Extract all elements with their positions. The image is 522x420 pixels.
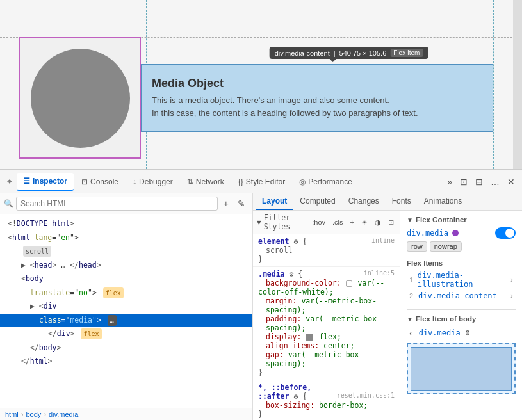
tree-node-body[interactable]: <body	[0, 272, 252, 286]
style-editor-icon: {}	[238, 177, 243, 186]
css-prop-gap-2: spacing);	[266, 359, 395, 368]
tab-fonts[interactable]: Fonts	[386, 193, 418, 210]
guide-line-h2	[0, 159, 522, 159]
section-arrow2-icon: ▼	[407, 316, 413, 323]
media-object-wrapper: div.media-content | 540.75 × 105.6 Flex …	[19, 37, 493, 159]
flex-item-2[interactable]: 2 div.media-content ›	[407, 290, 516, 302]
add-rule-btn[interactable]: +	[348, 217, 357, 228]
dark-btn[interactable]: ◑	[372, 217, 384, 228]
media-heading: Media Object	[152, 77, 482, 90]
flex-tag-nowrap[interactable]: nowrap	[430, 241, 462, 252]
inspector-icon: ☰	[23, 177, 30, 186]
css-rules-pane: ▼ Filter Styles :hov .cls + ☀ ◑ ⊡	[253, 211, 400, 420]
css-prop-align: align-items: center;	[258, 341, 395, 350]
cls-btn[interactable]: .cls	[330, 217, 346, 228]
color-swatch	[346, 280, 352, 287]
tab-style-editor[interactable]: {} Style Editor	[232, 174, 291, 190]
flex-tag-row[interactable]: row	[407, 241, 427, 252]
tree-node-body-close[interactable]: </body>	[0, 341, 252, 355]
styles-panel: Layout Computed Changes Fonts Animations…	[253, 193, 522, 420]
breadcrumb-html[interactable]: html	[5, 410, 19, 418]
breadcrumb-body[interactable]: body	[26, 410, 41, 418]
css-prop-padding: padding: var(--metric-box-	[258, 314, 395, 323]
vis-bar	[411, 347, 512, 391]
flex-item-2-arrow: ›	[510, 291, 513, 300]
tab-animations[interactable]: Animations	[418, 193, 468, 210]
sort-icon: ⇕	[464, 328, 471, 337]
media-content-box: div.media-content | 540.75 × 105.6 Flex …	[141, 64, 493, 132]
flex-container-target[interactable]: div.media	[407, 229, 448, 238]
flex-dot-indicator	[452, 230, 459, 236]
tree-node-html[interactable]: <html lang="en">	[0, 231, 252, 245]
flex-item-of-body-header: ▼ Flex Item of body	[407, 315, 516, 323]
tab-layout[interactable]: Layout	[256, 193, 293, 210]
hov-btn[interactable]: :hov	[309, 217, 328, 228]
flex-item-1[interactable]: 1 div.media-illustration ›	[407, 270, 516, 290]
responsive-btn[interactable]: ⊡	[457, 174, 471, 190]
circle-image	[31, 49, 130, 148]
flex-container-header: ▼ Flex Container	[407, 216, 516, 223]
css-prop-display: display: flex;	[258, 332, 395, 341]
flex-container-row: div.media	[407, 227, 516, 239]
tab-debugger[interactable]: ↕ Debugger	[126, 174, 179, 190]
nav-row: ‹ div.media ⇕	[407, 327, 516, 339]
styles-tabs: Layout Computed Changes Fonts Animations	[253, 193, 522, 211]
breadcrumb-div-media[interactable]: div.media	[49, 410, 78, 418]
tree-node-div-class[interactable]: class="media"> …	[0, 314, 252, 328]
search-html-input[interactable]	[16, 197, 218, 211]
debugger-icon: ↕	[133, 177, 136, 186]
guide-line-v2	[493, 0, 494, 169]
tooltip-badge: Flex Item	[390, 49, 423, 57]
close-btn[interactable]: ✕	[504, 174, 518, 190]
console-icon: ⊡	[81, 177, 88, 186]
preview-inner: div.media-content | 540.75 × 105.6 Flex …	[0, 0, 522, 169]
inspector-panel: 🔍 + ✎ <!DOCTYPE html> <html lang="en"> s…	[0, 193, 253, 420]
tree-node-scroll[interactable]: scroll	[0, 245, 252, 259]
media-text2: In this case, the content is a heading f…	[152, 107, 482, 120]
tree-node-body-attrs[interactable]: translate="no"> flex	[0, 286, 252, 300]
css-rule-reset: *, ::before, ::after ⚙ { reset.min.css:1…	[253, 380, 400, 420]
tab-performance[interactable]: ◎ Performance	[293, 174, 359, 190]
screenshot-btn[interactable]: ⊡	[386, 217, 396, 228]
pick-element-btn[interactable]: ⌖	[4, 174, 15, 190]
tree-node-div-close[interactable]: </div> flex	[0, 327, 252, 341]
dock-btn[interactable]: ⊟	[472, 174, 486, 190]
css-selector-media: .media	[258, 270, 285, 279]
css-prop-scroll: scroll	[266, 246, 395, 255]
css-prop-margin: margin: var(--metric-box-	[258, 296, 395, 305]
add-node-btn[interactable]: +	[220, 196, 232, 211]
flex-tags: row nowrap	[407, 241, 516, 252]
tab-changes[interactable]: Changes	[342, 193, 386, 210]
preview-scrollbar[interactable]	[513, 0, 522, 169]
flex-toggle[interactable]	[495, 227, 516, 239]
tooltip-selector: div.media-content	[275, 49, 330, 57]
flex-item-of-body-label: Flex Item of body	[416, 315, 477, 323]
section-arrow-icon: ▼	[407, 216, 413, 223]
tree-node-html-close[interactable]: </html>	[0, 355, 252, 369]
tree-node-head[interactable]: ▶ <head> … </head>	[0, 259, 252, 273]
flex-items-label: Flex Items	[407, 259, 516, 267]
css-selector-reset: *, ::before,	[258, 383, 311, 392]
filter-label: Filter Styles	[264, 213, 307, 231]
tree-node-div-open[interactable]: ▶ <div	[0, 300, 252, 314]
more-btn[interactable]: …	[487, 174, 503, 190]
light-btn[interactable]: ☀	[359, 217, 370, 228]
filter-icon: ▼	[257, 218, 261, 227]
css-prop-boxsizing: box-sizing: border-box;	[258, 401, 395, 410]
css-rule-reset-close: }	[258, 410, 395, 419]
styles-content: ▼ Filter Styles :hov .cls + ☀ ◑ ⊡	[253, 211, 522, 420]
breadcrumb: html › body › div.media	[0, 408, 252, 420]
toggle-knob	[505, 229, 514, 238]
tab-network[interactable]: ⇅ Network	[181, 174, 231, 190]
styles-filter-bar: ▼ Filter Styles :hov .cls + ☀ ◑ ⊡	[253, 211, 400, 234]
css-rule-element: element ⚙ { inline scroll }	[253, 234, 400, 267]
tab-console[interactable]: ⊡ Console	[75, 174, 125, 190]
tab-computed[interactable]: Computed	[293, 193, 341, 210]
pick-node-btn[interactable]: ✎	[234, 196, 249, 211]
tree-node-doctype[interactable]: <!DOCTYPE html>	[0, 217, 252, 231]
tab-inspector[interactable]: ☰ Inspector	[17, 173, 74, 191]
overflow-btn[interactable]: »	[444, 174, 455, 190]
devtools-main: 🔍 + ✎ <!DOCTYPE html> <html lang="en"> s…	[0, 193, 522, 420]
flex-item-of-body-target[interactable]: div.media	[419, 328, 461, 337]
nav-prev-btn[interactable]: ‹	[407, 327, 415, 339]
